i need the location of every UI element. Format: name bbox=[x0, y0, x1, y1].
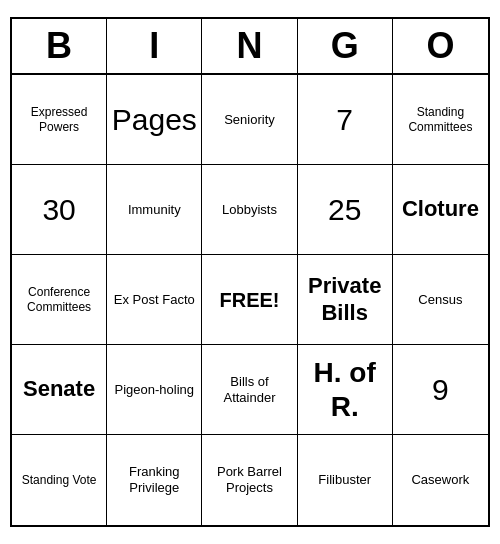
bingo-cell: Lobbyists bbox=[202, 165, 297, 255]
bingo-cell: 30 bbox=[12, 165, 107, 255]
bingo-header: BINGO bbox=[12, 19, 488, 75]
bingo-cell: Seniority bbox=[202, 75, 297, 165]
bingo-cell: 7 bbox=[298, 75, 393, 165]
bingo-cell: Ex Post Facto bbox=[107, 255, 202, 345]
bingo-cell: Private Bills bbox=[298, 255, 393, 345]
header-letter: I bbox=[107, 19, 202, 73]
bingo-cell: Immunity bbox=[107, 165, 202, 255]
bingo-cell: 25 bbox=[298, 165, 393, 255]
bingo-cell: Standing Vote bbox=[12, 435, 107, 525]
bingo-cell: Pages bbox=[107, 75, 202, 165]
bingo-cell: Filibuster bbox=[298, 435, 393, 525]
bingo-cell: Expressed Powers bbox=[12, 75, 107, 165]
bingo-cell: FREE! bbox=[202, 255, 297, 345]
bingo-cell: Pigeon-holing bbox=[107, 345, 202, 435]
header-letter: O bbox=[393, 19, 488, 73]
bingo-cell: Franking Privilege bbox=[107, 435, 202, 525]
bingo-cell: Census bbox=[393, 255, 488, 345]
header-letter: B bbox=[12, 19, 107, 73]
bingo-cell: 9 bbox=[393, 345, 488, 435]
bingo-card: BINGO Expressed PowersPagesSeniority7Sta… bbox=[10, 17, 490, 527]
bingo-cell: Standing Committees bbox=[393, 75, 488, 165]
bingo-cell: Senate bbox=[12, 345, 107, 435]
header-letter: N bbox=[202, 19, 297, 73]
bingo-grid: Expressed PowersPagesSeniority7Standing … bbox=[12, 75, 488, 525]
header-letter: G bbox=[298, 19, 393, 73]
bingo-cell: Bills of Attainder bbox=[202, 345, 297, 435]
bingo-cell: Pork Barrel Projects bbox=[202, 435, 297, 525]
bingo-cell: H. of R. bbox=[298, 345, 393, 435]
bingo-cell: Cloture bbox=[393, 165, 488, 255]
bingo-cell: Conference Committees bbox=[12, 255, 107, 345]
bingo-cell: Casework bbox=[393, 435, 488, 525]
